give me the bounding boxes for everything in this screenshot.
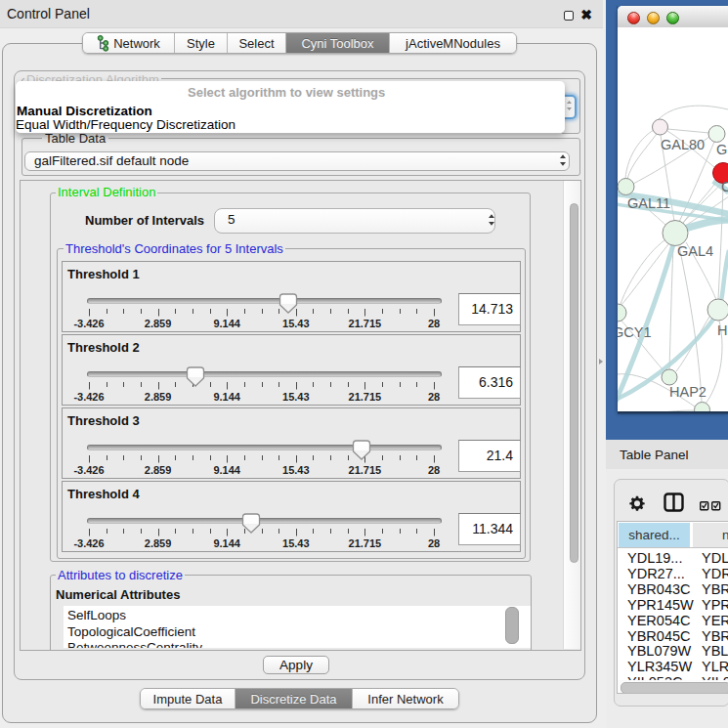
svg-text:G.: G. — [716, 142, 728, 157]
svg-text:GAL80: GAL80 — [661, 137, 705, 152]
svg-text:C: C — [721, 179, 728, 194]
svg-text:GAL11: GAL11 — [627, 195, 670, 211]
svg-text:GAL4: GAL4 — [677, 243, 713, 259]
svg-text:H: H — [717, 322, 727, 338]
svg-text:HAP2: HAP2 — [669, 384, 707, 400]
svg-text:GCY1: GCY1 — [618, 324, 652, 340]
